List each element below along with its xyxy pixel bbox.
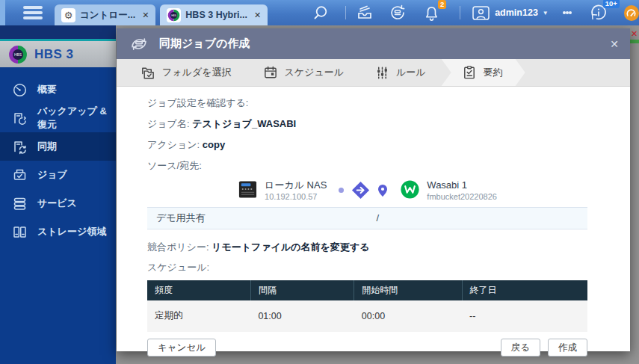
services-icon [12, 196, 28, 212]
step-rules[interactable]: ルール [359, 59, 442, 86]
hbs-logo: HBS [8, 45, 28, 64]
dialog-close-icon[interactable]: ✕ [610, 38, 619, 50]
help-info-icon[interactable]: 10+ [590, 4, 608, 22]
schedule-interval: 01:00 [250, 300, 354, 332]
notification-count-badge: 2 [438, 0, 446, 9]
chevron-down-icon: ▼ [543, 10, 549, 16]
source-address: 10.192.100.57 [265, 192, 327, 201]
notifications-bell-icon[interactable]: 2 [423, 4, 440, 22]
sidebar-item-sync[interactable]: 同期 [0, 132, 116, 161]
step-schedule[interactable]: スケジュール [247, 59, 360, 86]
step-select-folders[interactable]: フォルダを選択 [124, 59, 247, 86]
sliders-icon [375, 66, 389, 80]
sidebar: HBS HBS 3 概要 バックアップ & 復元 同期 [0, 25, 116, 364]
app-brand: HBS HBS 3 [0, 39, 116, 67]
close-icon[interactable]: ✕ [142, 10, 149, 20]
dialog-title: 同期ジョブの作成 [159, 37, 250, 51]
app-title: HBS 3 [34, 47, 74, 62]
destination-bucket: fmbucket20220826 [427, 192, 497, 201]
schedule-table: 頻度 間隔 開始時間 終了日 定期的 01:00 00:00 -- [147, 280, 587, 332]
sidebar-menu: 概要 バックアップ & 復元 同期 ジョブ [0, 67, 116, 246]
schedule-col-frequency: 頻度 [147, 280, 250, 300]
close-icon[interactable]: ✕ [254, 10, 261, 20]
dialog-body: ジョブ設定を確認する: ジョブ名: テストジョブ_WASABI アクション: c… [117, 87, 630, 332]
wasabi-logo [400, 179, 420, 200]
sync-job-icon [128, 33, 150, 55]
location-pin-icon [377, 184, 388, 197]
destination-name: Wasabi 1 [427, 179, 497, 191]
speedometer-icon [12, 82, 28, 98]
tab-label: HBS 3 Hybri... [185, 10, 247, 20]
search-icon[interactable] [312, 4, 329, 21]
user-menu[interactable]: admin123 ▼ [472, 5, 549, 21]
direction-connector [339, 180, 388, 200]
tab-control-panel[interactable]: ⚙ コントロー... ✕ [55, 4, 155, 25]
svg-text:HBS: HBS [172, 13, 177, 16]
sidebar-item-label: ジョブ [37, 168, 67, 182]
schedule-label: スケジュール: [147, 261, 587, 275]
schedule-header-row: 頻度 間隔 開始時間 終了日 [147, 280, 587, 300]
sidebar-item-label: バックアップ & 復元 [37, 105, 116, 132]
dialog-footer: キャンセル 戻る 作成 [117, 332, 630, 364]
sync-status-icon[interactable] [389, 4, 407, 22]
schedule-col-end-date: 終了日 [462, 280, 587, 300]
sync-icon [12, 139, 28, 155]
schedule-start-time: 00:00 [354, 300, 462, 332]
sidebar-item-services[interactable]: サービス [0, 189, 116, 218]
sidebar-item-storage[interactable]: ストレージ領域 [0, 218, 116, 246]
confirm-heading: ジョブ設定を確認する: [147, 96, 587, 111]
job-name-line: ジョブ名: テストジョブ_WASABI [147, 117, 587, 132]
endpoints-row: ローカル NAS 10.192.100.57 [147, 179, 587, 200]
calendar-icon [263, 65, 278, 80]
sidebar-item-label: サービス [37, 197, 77, 210]
folder-pair-destination: / [368, 208, 588, 229]
tab-hbs3[interactable]: HBS HBS 3 Hybri... ✕ [160, 4, 268, 25]
user-name: admin123 [495, 7, 538, 18]
main-menu-icon[interactable] [23, 6, 43, 19]
source-endpoint: ローカル NAS 10.192.100.57 [238, 179, 327, 200]
destination-endpoint: Wasabi 1 fmbucket20220826 [400, 179, 497, 200]
action-value: copy [203, 139, 225, 150]
topbar-divider [460, 6, 460, 19]
step-label: スケジュール [285, 66, 345, 79]
back-button[interactable]: 戻る [501, 339, 540, 357]
cancel-button[interactable]: キャンセル [147, 339, 216, 357]
sidebar-item-backup-restore[interactable]: バックアップ & 復元 [0, 104, 116, 132]
step-summary[interactable]: 要約 [442, 59, 525, 86]
help-count-badge: 10+ [603, 0, 620, 8]
user-icon [472, 5, 490, 21]
action-line: アクション: copy [147, 138, 587, 152]
resource-monitor-icon[interactable] [624, 5, 639, 21]
sidebar-item-overview[interactable]: 概要 [0, 75, 116, 104]
folders-icon [140, 65, 155, 81]
create-button[interactable]: 作成 [548, 339, 587, 357]
top-bar: ⚙ コントロー... ✕ HBS HBS 3 Hybri... ✕ [0, 0, 639, 25]
window-edge-accent [629, 40, 639, 43]
topbar-divider [345, 6, 346, 19]
more-options-icon[interactable] [563, 10, 572, 16]
step-label: フォルダを選択 [162, 66, 232, 79]
window-close-icon[interactable]: ✕ [629, 29, 639, 39]
step-label: ルール [396, 66, 426, 79]
storage-icon [12, 224, 28, 240]
schedule-col-interval: 間隔 [250, 280, 354, 300]
nas-device-icon [238, 179, 258, 200]
wizard-steps: フォルダを選択 スケジュール ルール 要 [117, 59, 630, 87]
sidebar-item-label: 同期 [37, 140, 57, 153]
clipboard-icon [462, 65, 477, 80]
arrow-diamond-icon [351, 180, 371, 200]
step-label: 要約 [484, 66, 503, 79]
backup-restore-icon [12, 111, 28, 126]
sidebar-item-label: ストレージ領域 [37, 225, 106, 238]
tab-label: コントロー... [80, 9, 135, 22]
schedule-end-date: -- [462, 300, 587, 332]
dialog-header: 同期ジョブの作成 ✕ [117, 28, 630, 59]
background-tasks-icon[interactable] [356, 4, 374, 22]
schedule-col-start-time: 開始時間 [354, 280, 462, 300]
sidebar-top-strip [0, 25, 116, 39]
sidebar-item-jobs[interactable]: ジョブ [0, 161, 116, 189]
conflict-value: リモートファイルの名前を変更する [212, 241, 369, 253]
gear-icon: ⚙ [61, 8, 75, 22]
source-dest-label: ソース/宛先: [147, 159, 587, 173]
conflict-label: 競合ポリシー: [147, 241, 209, 253]
